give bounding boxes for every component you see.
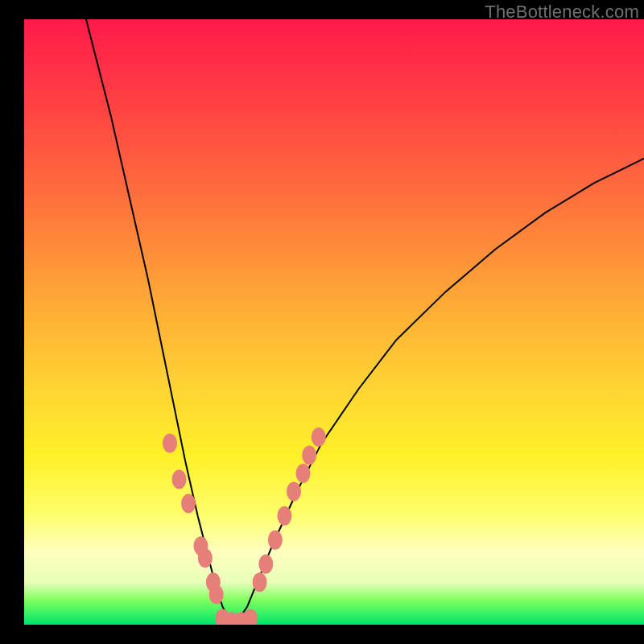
bead-right-3 [277, 506, 291, 526]
left-curve [86, 19, 235, 625]
bead-bottom-3 [243, 609, 258, 625]
bead-right-6 [302, 445, 316, 464]
watermark-text: TheBottleneck.com [485, 2, 639, 23]
bead-right-5 [296, 464, 311, 483]
bead-right-4 [287, 482, 301, 502]
bead-left-4 [198, 548, 213, 568]
plot-area [24, 19, 644, 625]
bead-right-2 [268, 530, 283, 550]
bead-left-0 [163, 433, 177, 452]
chart-frame: TheBottleneck.com [0, 0, 644, 644]
bead-right-1 [258, 555, 273, 574]
bead-right-0 [253, 572, 267, 592]
bead-left-6 [209, 584, 224, 604]
bead-left-1 [172, 470, 187, 489]
right-curve [235, 159, 644, 625]
beads-group [163, 427, 326, 625]
chart-svg [24, 19, 644, 625]
bead-right-7 [312, 427, 326, 447]
bead-left-2 [181, 494, 196, 514]
